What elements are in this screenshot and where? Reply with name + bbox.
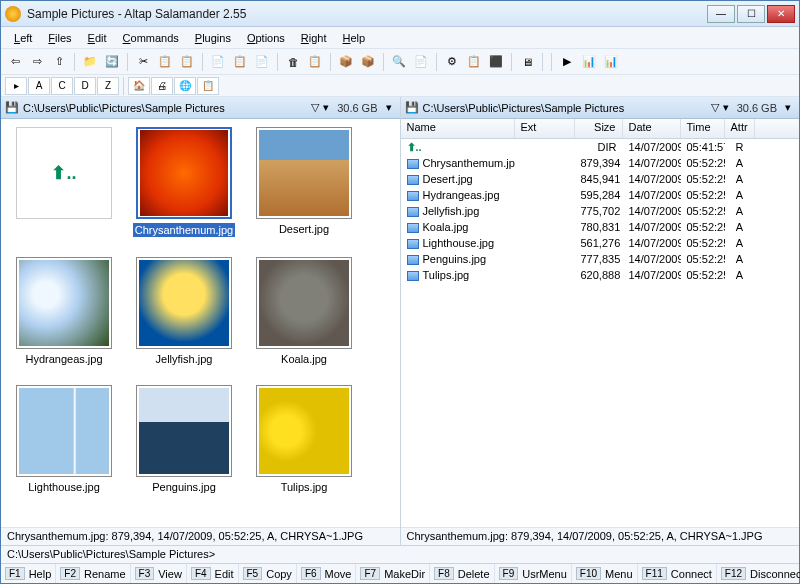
separator [74,53,75,71]
toolbar-button[interactable]: 📋 [305,52,325,72]
menu-options[interactable]: Options [240,30,292,46]
toolbar-button[interactable]: 📄 [208,52,228,72]
thumb-label: Lighthouse.jpg [28,481,100,493]
toolbar-button[interactable]: ✂ [133,52,153,72]
drivebar-button[interactable]: 📋 [197,77,219,95]
fkey-f10[interactable]: F10Menu [572,564,638,583]
toolbar-button[interactable]: 🗑 [283,52,303,72]
list-row[interactable]: Tulips.jpg620,88814/07/200905:52:25A [401,267,800,283]
drive-expand[interactable]: ▸ [5,77,27,95]
menu-right[interactable]: Right [294,30,334,46]
thumb-chrys[interactable]: Chrysanthemum.jpg [129,127,239,237]
list-row[interactable]: Lighthouse.jpg561,27614/07/200905:52:25A [401,235,800,251]
fkey-f1[interactable]: F1Help [1,564,56,583]
col-time[interactable]: Time [681,119,725,138]
fkey-f8[interactable]: F8Delete [430,564,494,583]
thumb-peng[interactable]: Penguins.jpg [129,385,239,493]
toolbar-button[interactable]: 🔍 [389,52,409,72]
toolbar-button[interactable]: 📋 [230,52,250,72]
drivebar-button[interactable]: 🌐 [174,77,196,95]
toolbar-button[interactable]: ⇦ [5,52,25,72]
fkey-f6[interactable]: F6Move [297,564,357,583]
menu-plugins[interactable]: Plugins [188,30,238,46]
left-menu[interactable]: ▾ [382,101,396,114]
toolbar-button[interactable]: ▶ [557,52,577,72]
toolbar-button[interactable]: ⬛ [486,52,506,72]
filter-icon[interactable]: ▽ [711,101,719,114]
right-path[interactable]: C:\Users\Public\Pictures\Sample Pictures [423,102,711,114]
toolbar-button[interactable]: 📄 [411,52,431,72]
toolbar-button[interactable]: 📋 [155,52,175,72]
thumb-desert[interactable]: Desert.jpg [249,127,359,237]
fkey-f5[interactable]: F5Copy [239,564,297,583]
menu-files[interactable]: Files [41,30,78,46]
drivebar-button[interactable]: 🏠 [128,77,150,95]
list-row[interactable]: Desert.jpg845,94114/07/200905:52:25A [401,171,800,187]
toolbar-button[interactable]: 📦 [358,52,378,72]
toolbar-button[interactable]: 📊 [601,52,621,72]
close-button[interactable]: ✕ [767,5,795,23]
toolbar-button[interactable]: ⇨ [27,52,47,72]
toolbar-button[interactable]: 📁 [80,52,100,72]
left-body[interactable]: ⬆..Chrysanthemum.jpgDesert.jpgHydrangeas… [1,119,400,527]
filter-icon[interactable]: ▽ [311,101,319,114]
list-row[interactable]: Penguins.jpg777,83514/07/200905:52:25A [401,251,800,267]
thumb-tulip[interactable]: Tulips.jpg [249,385,359,493]
window-title: Sample Pictures - Altap Salamander 2.55 [27,7,707,21]
toolbar-button[interactable]: ⚙ [442,52,462,72]
list-row[interactable]: Koala.jpg780,83114/07/200905:52:25A [401,219,800,235]
toolbar-button[interactable]: 📊 [579,52,599,72]
thumb-label: Desert.jpg [279,223,329,235]
titlebar[interactable]: Sample Pictures - Altap Salamander 2.55 … [1,1,799,27]
col-attr[interactable]: Attr [725,119,755,138]
toolbar-button[interactable]: 🔄 [102,52,122,72]
fkey-f12[interactable]: F12Disconnect [717,564,800,583]
thumb-jelly[interactable]: Jellyfish.jpg [129,257,239,365]
col-date[interactable]: Date [623,119,681,138]
left-dropdown[interactable]: ▾ [319,101,333,114]
toolbar-button[interactable]: ⇧ [49,52,69,72]
drive-a[interactable]: A [28,77,50,95]
fkey-f2[interactable]: F2Rename [56,564,130,583]
fkey-f3[interactable]: F3View [131,564,187,583]
thumb-up[interactable]: ⬆.. [9,127,119,237]
col-name[interactable]: Name [401,119,515,138]
thumb-koala[interactable]: Koala.jpg [249,257,359,365]
command-line[interactable]: C:\Users\Public\Pictures\Sample Pictures… [1,545,799,563]
fkey-f7[interactable]: F7MakeDir [356,564,430,583]
toolbar-button[interactable]: 📋 [177,52,197,72]
toolbar-button[interactable]: 📄 [252,52,272,72]
menu-commands[interactable]: Commands [116,30,186,46]
toolbar-button[interactable]: 📦 [336,52,356,72]
fkey-f4[interactable]: F4Edit [187,564,239,583]
fkey-f9[interactable]: F9UsrMenu [495,564,572,583]
right-dropdown[interactable]: ▾ [719,101,733,114]
toolbar-button[interactable]: 📋 [464,52,484,72]
col-size[interactable]: Size [575,119,623,138]
drive-d[interactable]: D [74,77,96,95]
minimize-button[interactable]: — [707,5,735,23]
thumb-hydra[interactable]: Hydrangeas.jpg [9,257,119,365]
list-row[interactable]: Jellyfish.jpg775,70214/07/200905:52:25A [401,203,800,219]
right-body[interactable]: Name Ext Size Date Time Attr ⬆..DIR14/07… [401,119,800,527]
list-row[interactable]: ⬆..DIR14/07/200905:41:57R [401,139,800,155]
file-icon [407,191,419,201]
left-panel-header[interactable]: 💾 C:\Users\Public\Pictures\Sample Pictur… [1,97,400,119]
toolbar-button[interactable]: 🖥 [517,52,537,72]
thumb-light[interactable]: Lighthouse.jpg [9,385,119,493]
drive-c[interactable]: C [51,77,73,95]
menu-edit[interactable]: Edit [81,30,114,46]
menu-help[interactable]: Help [336,30,373,46]
col-ext[interactable]: Ext [515,119,575,138]
menu-left[interactable]: Left [7,30,39,46]
drivebar-button[interactable]: 🖨 [151,77,173,95]
fkey-f11[interactable]: F11Connect [638,564,717,583]
drive-z[interactable]: Z [97,77,119,95]
right-panel-header[interactable]: 💾 C:\Users\Public\Pictures\Sample Pictur… [401,97,800,119]
list-row[interactable]: Hydrangeas.jpg595,28414/07/200905:52:25A [401,187,800,203]
thumb-image: ⬆.. [16,127,112,219]
left-path[interactable]: C:\Users\Public\Pictures\Sample Pictures [23,102,311,114]
right-menu[interactable]: ▾ [781,101,795,114]
list-row[interactable]: Chrysanthemum.jpg879,39414/07/200905:52:… [401,155,800,171]
maximize-button[interactable]: ☐ [737,5,765,23]
